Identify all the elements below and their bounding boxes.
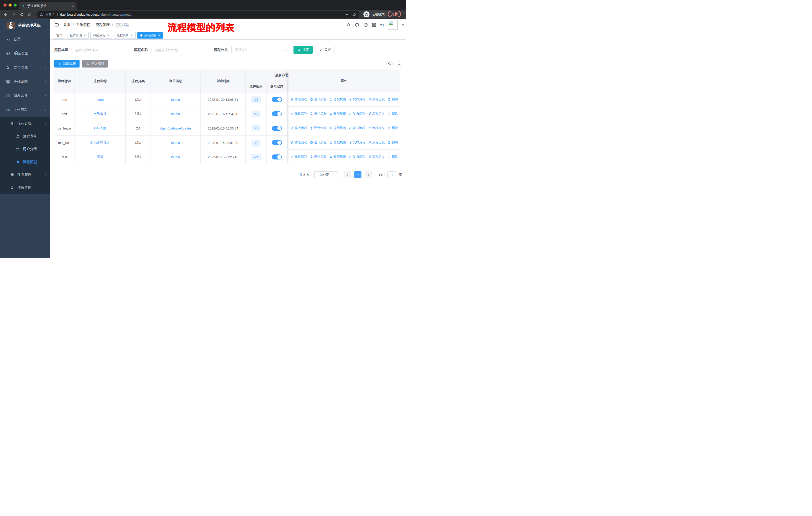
sidebar-item-process-model[interactable]: 流程模型 — [0, 156, 50, 168]
process-name-input[interactable] — [151, 46, 210, 54]
back-icon[interactable] — [3, 12, 8, 17]
close-window-button[interactable] — [3, 3, 6, 6]
cell-name-link[interactable]: 滔博 — [75, 150, 125, 164]
prev-page-button[interactable] — [344, 171, 351, 179]
browser-menu-icon[interactable] — [402, 11, 406, 16]
assign-rule-link[interactable]: 分配规则 — [329, 97, 346, 102]
close-icon[interactable]: ✕ — [158, 34, 160, 37]
publish-process-link[interactable]: 发布流程 — [349, 140, 366, 145]
home-icon[interactable] — [27, 12, 32, 17]
forward-icon[interactable] — [11, 12, 16, 17]
active-toggle[interactable] — [272, 126, 282, 131]
sidebar-item-leave-query[interactable]: 请假查询 — [0, 181, 50, 194]
view-tab-process-model[interactable]: 流程模型✕ — [138, 32, 163, 38]
bookmark-star-icon[interactable] — [352, 12, 356, 17]
version-badge[interactable]: v17 — [251, 97, 261, 103]
process-definition-link[interactable]: 流程定义 — [368, 112, 385, 116]
active-toggle[interactable] — [272, 155, 282, 160]
design-process-link[interactable]: 设计流程 — [310, 126, 327, 130]
process-definition-link[interactable]: 流程定义 — [368, 97, 385, 102]
view-tab-home[interactable]: 首页 — [54, 32, 65, 38]
breadcrumb-process-manage[interactable]: 流程管理 — [96, 23, 110, 27]
new-tab-button[interactable]: + — [81, 2, 83, 8]
version-badge[interactable]: v5 — [252, 125, 260, 131]
close-icon[interactable]: ✕ — [130, 34, 133, 37]
sidebar-item-task-manage[interactable]: 任务管理 — [0, 168, 50, 181]
cell-form-link[interactable]: biubiu — [151, 136, 201, 150]
process-definition-link[interactable]: 流程定义 — [368, 155, 385, 159]
assign-rule-link[interactable]: 分配规则 — [329, 112, 346, 116]
cell-name-link[interactable]: 自己审批 — [75, 107, 125, 121]
sidebar-item-infra[interactable]: 基础设施 — [0, 75, 50, 89]
view-tab-process-form[interactable]: 流程表单✕ — [114, 32, 136, 38]
design-process-link[interactable]: 设计流程 — [310, 155, 327, 159]
process-definition-link[interactable]: 流程定义 — [368, 126, 385, 130]
chrome-update-button[interactable]: 更新 — [388, 11, 401, 17]
help-icon[interactable] — [364, 23, 368, 27]
cell-name-link[interactable]: OA 请假 — [75, 121, 125, 136]
version-badge[interactable]: v2 — [252, 111, 260, 117]
delete-link[interactable]: 删除 — [387, 112, 398, 116]
delete-link[interactable]: 删除 — [387, 126, 398, 130]
sidebar-item-workflow[interactable]: 工作流程 — [0, 103, 50, 117]
cell-name-link[interactable]: 测试多审批人 — [75, 136, 125, 150]
show-search-button[interactable] — [386, 60, 393, 67]
version-badge[interactable]: v4 — [252, 140, 260, 146]
edit-process-link[interactable]: 修改流程 — [290, 155, 307, 159]
breadcrumb-workflow[interactable]: 工作流程 — [76, 23, 90, 27]
design-process-link[interactable]: 设计流程 — [310, 140, 327, 145]
tab-close-icon[interactable]: ✕ — [71, 4, 74, 8]
sidebar-item-process-manage[interactable]: 流程管理 — [0, 117, 50, 130]
view-tab-tenant[interactable]: 租户管理✕ — [67, 32, 89, 38]
cell-name-link[interactable]: eeee — [75, 92, 125, 107]
sidebar-item-user-group[interactable]: 用户分组 — [0, 143, 50, 156]
edit-process-link[interactable]: 修改流程 — [290, 126, 307, 130]
next-page-button[interactable] — [365, 171, 372, 179]
create-process-button[interactable]: ＋ 新建流程 — [54, 60, 80, 67]
search-button[interactable]: 搜索 — [293, 46, 313, 54]
assign-rule-link[interactable]: 分配规则 — [329, 155, 346, 159]
publish-process-link[interactable]: 发布流程 — [349, 126, 366, 130]
cell-form-link[interactable]: biubiu — [151, 92, 201, 107]
publish-process-link[interactable]: 发布流程 — [349, 97, 366, 102]
github-icon[interactable] — [355, 22, 360, 27]
refresh-table-button[interactable] — [396, 60, 402, 67]
cell-form-link[interactable]: /bpm/oa/leave/create — [151, 121, 201, 136]
process-key-input[interactable] — [72, 46, 130, 54]
browser-tab[interactable]: 芋道管理系统 ✕ — [19, 2, 77, 10]
search-icon[interactable] — [346, 23, 351, 27]
sidebar-item-process-form[interactable]: 流程表单 — [0, 130, 50, 143]
sidebar-item-system[interactable]: 系统管理 — [0, 46, 50, 60]
active-toggle[interactable] — [272, 97, 282, 102]
hamburger-icon[interactable] — [54, 22, 59, 27]
avatar[interactable] — [388, 20, 398, 30]
design-process-link[interactable]: 设计流程 — [310, 97, 327, 102]
edit-process-link[interactable]: 修改流程 — [290, 112, 307, 116]
cell-form-link[interactable]: biubiu — [151, 150, 201, 164]
password-key-icon[interactable] — [345, 12, 349, 17]
delete-link[interactable]: 删除 — [387, 97, 398, 102]
delete-link[interactable]: 删除 — [387, 155, 398, 159]
publish-process-link[interactable]: 发布流程 — [349, 112, 366, 116]
assign-rule-link[interactable]: 分配规则 — [329, 140, 346, 145]
minimize-window-button[interactable] — [8, 3, 11, 6]
edit-process-link[interactable]: 修改流程 — [290, 97, 307, 102]
category-select[interactable]: 流程分类 — [231, 46, 290, 54]
active-toggle[interactable] — [272, 140, 282, 145]
version-badge[interactable]: v21 — [251, 154, 261, 160]
reset-button[interactable]: 重置 — [316, 46, 335, 54]
fullscreen-icon[interactable] — [372, 23, 376, 27]
reload-icon[interactable] — [20, 12, 24, 17]
import-process-button[interactable]: 导入流程 — [82, 60, 108, 67]
delete-link[interactable]: 删除 — [387, 140, 398, 145]
process-definition-link[interactable]: 流程定义 — [368, 140, 385, 145]
breadcrumb-home[interactable]: 首页 — [63, 23, 70, 27]
goto-page-input[interactable] — [387, 171, 397, 179]
sidebar-item-home[interactable]: 首页 — [0, 32, 50, 46]
sidebar-item-devtools[interactable]: 研发工具 — [0, 89, 50, 103]
active-toggle[interactable] — [272, 111, 282, 116]
avatar-caret-icon[interactable] — [402, 24, 404, 26]
edit-process-link[interactable]: 修改流程 — [290, 140, 307, 145]
page-size-select[interactable]: 10条/页 — [314, 171, 338, 179]
close-icon[interactable]: ✕ — [84, 34, 86, 37]
